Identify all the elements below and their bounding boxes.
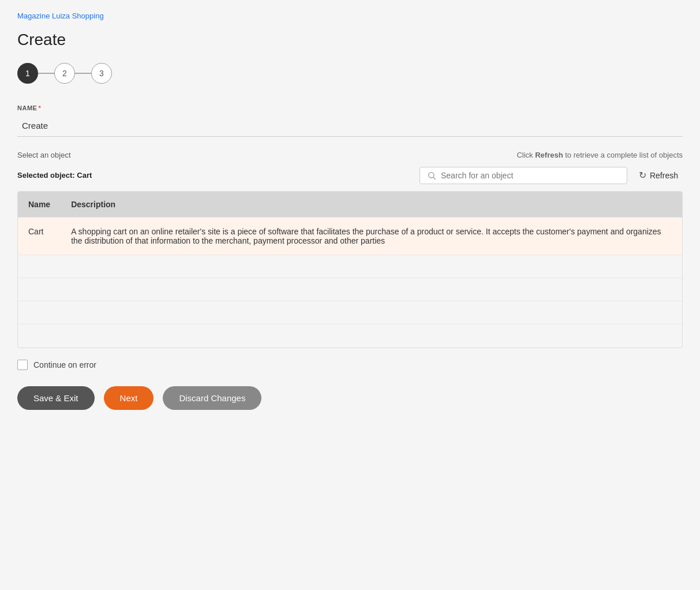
refresh-hint: Click Refresh to retrieve a complete lis… xyxy=(516,151,683,159)
select-object-label: Select an object xyxy=(17,151,71,159)
table-row-empty xyxy=(18,278,682,301)
object-section-header: Select an object Click Refresh to retrie… xyxy=(17,151,683,159)
table-row-empty xyxy=(18,255,682,278)
table-row-empty xyxy=(18,324,682,348)
continue-error-label: Continue on error xyxy=(33,360,96,369)
name-input[interactable] xyxy=(17,115,683,137)
step-2[interactable]: 2 xyxy=(54,63,75,84)
search-box[interactable] xyxy=(420,167,627,184)
table-wrapper: Name Description CartA shopping cart on … xyxy=(17,191,683,348)
name-label: NAME* xyxy=(17,104,683,111)
name-field-section: NAME* xyxy=(17,104,683,137)
cell-empty xyxy=(61,324,682,348)
cell-name: Cart xyxy=(18,218,61,255)
action-buttons: Save & Exit Next Discard Changes xyxy=(17,386,683,410)
object-controls: Selected object: Cart ↻ Refresh xyxy=(17,166,683,184)
cell-empty xyxy=(18,301,61,324)
cell-empty xyxy=(18,255,61,278)
cell-empty xyxy=(61,278,682,301)
cell-empty xyxy=(18,324,61,348)
selected-object-text: Selected object: Cart xyxy=(17,171,92,180)
save-exit-button[interactable]: Save & Exit xyxy=(17,386,95,410)
col-name-header: Name xyxy=(18,192,61,218)
discard-button[interactable]: Discard Changes xyxy=(163,386,261,410)
cell-description: A shopping cart on an online retailer's … xyxy=(61,218,682,255)
svg-point-0 xyxy=(429,172,434,177)
continue-error-row: Continue on error xyxy=(17,360,683,370)
col-description-header: Description xyxy=(61,192,682,218)
search-input[interactable] xyxy=(441,171,620,180)
refresh-button[interactable]: ↻ Refresh xyxy=(634,166,683,184)
step-connector-1 xyxy=(38,73,54,74)
breadcrumb[interactable]: Magazine Luiza Shopping xyxy=(17,12,683,20)
search-icon xyxy=(427,171,436,180)
refresh-label: Refresh xyxy=(650,171,678,180)
refresh-icon: ↻ xyxy=(639,170,646,181)
svg-line-1 xyxy=(433,177,436,180)
step-1[interactable]: 1 xyxy=(17,63,38,84)
objects-table: Name Description CartA shopping cart on … xyxy=(18,192,682,348)
required-star: * xyxy=(38,104,41,111)
next-button[interactable]: Next xyxy=(104,386,154,410)
search-refresh-row: ↻ Refresh xyxy=(420,166,683,184)
cell-empty xyxy=(61,255,682,278)
cell-empty xyxy=(18,278,61,301)
table-row-empty xyxy=(18,301,682,324)
page-title: Create xyxy=(17,31,683,49)
step-3[interactable]: 3 xyxy=(91,63,112,84)
continue-error-checkbox[interactable] xyxy=(17,360,28,370)
cell-empty xyxy=(61,301,682,324)
stepper: 1 2 3 xyxy=(17,63,683,84)
table-row[interactable]: CartA shopping cart on an online retaile… xyxy=(18,218,682,255)
step-connector-2 xyxy=(75,73,91,74)
